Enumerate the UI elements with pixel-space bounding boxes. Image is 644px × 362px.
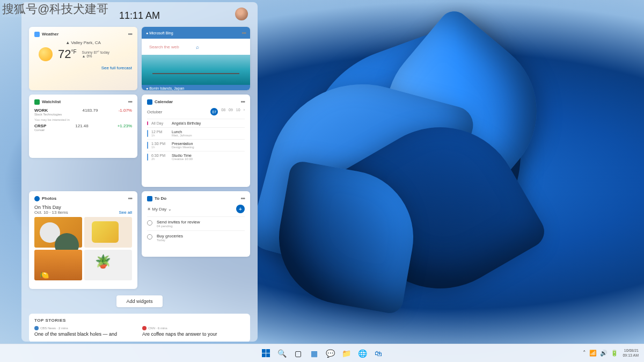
add-widgets-button[interactable]: Add widgets — [116, 295, 162, 307]
todo-item[interactable]: Buy groceriesToday — [147, 230, 245, 244]
calendar-widget[interactable]: Calendar ••• October 07 08 09 10 › All D… — [142, 95, 250, 187]
widget-menu-icon[interactable]: ••• — [128, 99, 132, 105]
calendar-day[interactable]: 07 — [210, 108, 218, 115]
calendar-event[interactable]: 12 PM1hLunchMatt, Johnson — [147, 127, 245, 139]
network-icon[interactable]: 📶 — [589, 350, 597, 357]
widget-menu-icon[interactable]: ••• — [240, 196, 245, 201]
calendar-day[interactable]: 10 — [236, 108, 240, 115]
search-icon[interactable]: 🔍 — [275, 346, 289, 360]
volume-icon[interactable]: 🔊 — [600, 350, 608, 357]
bing-search-input[interactable]: Search the web ⌕ — [146, 42, 246, 52]
photos-widget[interactable]: Photos ••• On This Day Oct. 10 · 13 item… — [29, 191, 137, 289]
weather-location: ▲ Valley Park, CA — [34, 40, 132, 45]
calendar-event[interactable]: 6:30 PM2hStudio TimeCreative 10:30 — [147, 151, 245, 163]
chat-icon[interactable]: 💬 — [323, 346, 337, 360]
widget-menu-icon[interactable]: ••• — [128, 196, 132, 201]
news-item[interactable]: CBS News · 2 mins One of the smallest bl… — [34, 326, 137, 338]
search-icon[interactable]: ⌕ — [196, 44, 243, 50]
calendar-event[interactable]: All DayAngela's Birthday — [147, 119, 245, 127]
checkbox-icon[interactable] — [147, 220, 152, 226]
widgets-icon[interactable]: ▦ — [307, 346, 321, 360]
bing-image — [142, 55, 250, 85]
add-task-button[interactable]: + — [236, 205, 245, 213]
bing-widget[interactable]: ● Microsoft Bing••• Search the web ⌕ ● B… — [142, 27, 250, 90]
calendar-event[interactable]: 1:30 PM1hPresentationDesign Meeting — [147, 139, 245, 151]
weather-widget[interactable]: Weather ••• ▲ Valley Park, CA 72°F Sunny… — [29, 27, 137, 90]
start-button[interactable] — [259, 346, 273, 360]
checkbox-icon[interactable] — [147, 234, 152, 240]
desktop-wallpaper: 搜狐号@科技犬建哥 11:11 AM Weather ••• ▲ Valley … — [0, 0, 644, 362]
panel-time: 11:11 AM — [119, 10, 160, 21]
edge-icon[interactable]: 🌐 — [355, 346, 369, 360]
widget-menu-icon[interactable]: ••• — [241, 30, 246, 36]
user-avatar[interactable] — [235, 8, 248, 20]
store-icon[interactable]: 🛍 — [371, 346, 385, 360]
stock-row[interactable]: CRSPCorsair 121.48 +1.23% — [34, 124, 132, 132]
todo-item[interactable]: Send invites for review04 pending — [147, 216, 245, 230]
calendar-day[interactable]: 08 — [221, 108, 225, 115]
photo-thumbnail[interactable] — [84, 250, 132, 280]
widgets-panel: 11:11 AM Weather ••• ▲ Valley Park, CA 7… — [21, 2, 258, 342]
todo-list-selector[interactable]: ☀ My Day ⌄ — [147, 207, 172, 212]
photo-thumbnail[interactable] — [34, 250, 82, 280]
calendar-day[interactable]: 09 — [229, 108, 233, 115]
photo-thumbnail[interactable] — [34, 217, 82, 248]
see-all-link[interactable]: See all — [119, 210, 132, 215]
sun-icon — [39, 47, 53, 61]
watchlist-widget[interactable]: Watchlist ••• WORKSlack Technologies 418… — [29, 95, 137, 158]
task-view-icon[interactable]: ▢ — [291, 346, 305, 360]
taskbar: 🔍 ▢ ▦ 💬 📁 🌐 🛍 ˄ 📶 🔊 🔋 10/08/21 09:13 AM — [0, 344, 644, 362]
explorer-icon[interactable]: 📁 — [339, 346, 353, 360]
forecast-link[interactable]: See full forecast — [34, 66, 132, 70]
stock-row[interactable]: WORKSlack Technologies 4183.79 -1.07% — [34, 108, 132, 116]
widget-menu-icon[interactable]: ••• — [240, 99, 245, 105]
watermark: 搜狐号@科技犬建哥 — [2, 1, 108, 17]
chevron-up-icon[interactable]: ˄ — [583, 350, 586, 357]
battery-icon[interactable]: 🔋 — [611, 350, 618, 357]
taskbar-clock[interactable]: 10/08/21 09:13 AM — [623, 349, 639, 358]
widget-menu-icon[interactable]: ••• — [128, 31, 132, 37]
news-item[interactable]: CNN · 6 mins Are coffee naps the answer … — [142, 326, 245, 338]
bloom-graphic — [225, 20, 601, 342]
news-section: TOP STORIES CBS News · 2 mins One of the… — [29, 314, 250, 342]
calendar-next-icon[interactable]: › — [244, 108, 245, 115]
photo-thumbnail[interactable] — [84, 217, 132, 248]
todo-widget[interactable]: To Do ••• ☀ My Day ⌄ + Send invites for … — [142, 191, 250, 257]
